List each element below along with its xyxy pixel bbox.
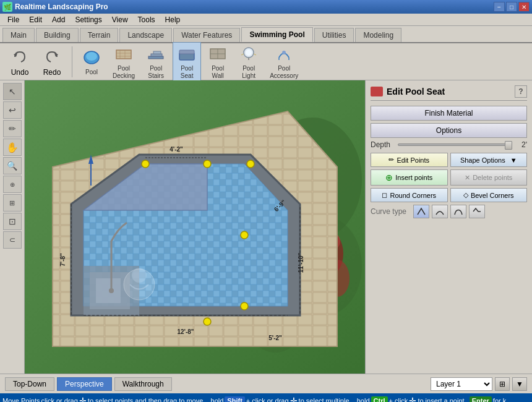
minimize-button[interactable]: − xyxy=(494,2,505,12)
left-sidebar: ↖ ↩ ✏ ✋ 🔍 ⊕ ⊞ ⊡ ⊂ xyxy=(0,80,25,374)
svg-rect-9 xyxy=(148,56,163,59)
depth-value: 2' xyxy=(512,140,527,149)
layer-icon-btn-1[interactable]: ⊞ xyxy=(495,377,510,391)
pool-seat-label: PoolSeat xyxy=(181,65,194,80)
layer-icon-btn-2[interactable]: ▼ xyxy=(512,377,527,391)
ctrl-key: Ctrl xyxy=(371,396,388,402)
status-text-7: for k xyxy=(493,397,506,402)
main-area: ↖ ↩ ✏ ✋ 🔍 ⊕ ⊞ ⊡ ⊂ xyxy=(0,80,532,374)
options-button[interactable]: Options xyxy=(371,123,527,138)
svg-point-49 xyxy=(204,318,211,325)
tab-modeling[interactable]: Modeling xyxy=(355,28,401,42)
edit-shape-row: ✏ Edit Points Shape Options ▼ xyxy=(371,153,527,167)
curve-type-1[interactable] xyxy=(413,205,429,218)
magnet-tool[interactable]: ⊂ xyxy=(3,231,22,249)
toolbar-pool-seat[interactable]: PoolSeat xyxy=(173,42,201,82)
panel-title: Edit Pool Seat xyxy=(387,87,445,96)
toolbar-pool-wall[interactable]: PoolWall xyxy=(204,42,232,82)
menu-file[interactable]: File xyxy=(2,14,24,25)
menu-edit[interactable]: Edit xyxy=(24,14,47,25)
svg-text:5'-2": 5'-2" xyxy=(268,335,282,341)
curve-type-4[interactable] xyxy=(469,205,485,218)
pool-accessory-label: PoolAccessory xyxy=(270,65,298,80)
select-tool[interactable]: ↖ xyxy=(3,83,22,100)
app-icon: 🌿 xyxy=(2,2,12,12)
layer-select[interactable]: Layer 1 xyxy=(431,377,492,391)
pencil-tool[interactable]: ✏ xyxy=(3,120,22,137)
panel-header: Edit Pool Seat ? xyxy=(371,85,527,101)
close-button[interactable]: ✕ xyxy=(518,2,530,12)
toolbar-pool-stairs[interactable]: PoolStairs xyxy=(142,42,170,82)
toolbar-pool-accessory[interactable]: PoolAccessory xyxy=(265,42,302,82)
help-button[interactable]: ? xyxy=(515,85,527,98)
toolbar-pool-decking[interactable]: PoolDecking xyxy=(108,42,139,82)
undo-tool[interactable]: ↩ xyxy=(3,101,22,119)
pool-decking-icon xyxy=(114,44,134,64)
toolbar-pool[interactable]: Pool xyxy=(77,46,106,77)
pool-light-icon xyxy=(239,44,259,64)
pool-light-label: PoolLight xyxy=(242,65,255,80)
canvas-area[interactable]: 4'-2" 6'-9" 11'-10" 12'-8" 7'-8" 5'-2" xyxy=(25,80,365,374)
finish-material-button[interactable]: Finish Material xyxy=(371,106,527,121)
bevel-corners-button[interactable]: ◇ Bevel Corners xyxy=(450,188,528,202)
zoom-tool[interactable]: 🔍 xyxy=(3,157,22,174)
insert-icon: ⊕ xyxy=(385,173,393,182)
maximize-button[interactable]: □ xyxy=(506,2,517,12)
menubar: File Edit Add Settings View Tools Help xyxy=(0,14,532,26)
insert-delete-row: ⊕ Insert points ✕ Delete points xyxy=(371,169,527,186)
measure-tool[interactable]: ⊕ xyxy=(3,176,22,193)
svg-point-61 xyxy=(132,268,147,283)
depth-slider-thumb[interactable] xyxy=(505,141,512,150)
svg-text:4'-2": 4'-2" xyxy=(169,146,183,153)
delete-points-button[interactable]: ✕ Delete points xyxy=(450,169,528,186)
tab-topdown[interactable]: Top-Down xyxy=(5,377,54,391)
status-text-2: to select points and then drag to move h… xyxy=(88,397,224,402)
undo-button[interactable]: Undo xyxy=(5,46,35,78)
toolbar-pool-light[interactable]: PoolLight xyxy=(234,42,263,82)
app-title: Realtime Landscaping Pro xyxy=(15,2,108,11)
shift-key: Shift xyxy=(225,396,244,402)
toolbar: Undo Redo Pool PoolDecking xyxy=(0,43,532,80)
tab-main[interactable]: Main xyxy=(2,28,35,42)
menu-tools[interactable]: Tools xyxy=(133,14,160,25)
tab-water-features[interactable]: Water Features xyxy=(173,28,240,42)
status-text-4: to select multiple hold xyxy=(299,397,370,402)
redo-button[interactable]: Redo xyxy=(37,46,67,78)
tab-landscape[interactable]: Landscape xyxy=(119,28,172,42)
crop-tool[interactable]: ⊞ xyxy=(3,194,22,212)
depth-row: Depth 2' xyxy=(371,140,527,149)
tab-building[interactable]: Building xyxy=(36,28,79,42)
tab-walkthrough[interactable]: Walkthrough xyxy=(114,377,172,391)
svg-text:12'-8": 12'-8" xyxy=(177,328,194,335)
status-bar: Move Points click or drag ✛ to select po… xyxy=(0,393,532,402)
hand-tool[interactable]: ✋ xyxy=(3,139,22,156)
titlebar-left: 🌿 Realtime Landscaping Pro xyxy=(2,2,108,12)
redo-label: Redo xyxy=(43,68,61,77)
svg-point-20 xyxy=(246,49,252,56)
insert-points-button[interactable]: ⊕ Insert points xyxy=(371,169,448,186)
svg-line-22 xyxy=(241,54,244,55)
tab-utilities[interactable]: Utilities xyxy=(314,28,354,42)
round-corners-button[interactable]: ◻ Round Corners xyxy=(371,188,448,202)
menu-settings[interactable]: Settings xyxy=(70,14,106,25)
curve-type-3[interactable] xyxy=(450,205,466,218)
depth-slider[interactable] xyxy=(398,143,509,146)
menu-view[interactable]: View xyxy=(107,14,133,25)
grid-tool[interactable]: ⊡ xyxy=(3,213,22,230)
tab-swimming-pool[interactable]: Swimming Pool xyxy=(241,27,312,42)
bevel-corners-label: Bevel Corners xyxy=(471,192,514,199)
curve-type-2[interactable] xyxy=(432,205,448,218)
shape-options-button[interactable]: Shape Options ▼ xyxy=(450,153,528,167)
svg-point-3 xyxy=(86,52,97,61)
edit-points-button[interactable]: ✏ Edit Points xyxy=(371,153,448,167)
tab-perspective[interactable]: Perspective xyxy=(57,377,112,391)
tab-terrain[interactable]: Terrain xyxy=(80,28,119,42)
svg-point-41 xyxy=(109,288,114,293)
status-move-points: Move Points xyxy=(2,397,40,402)
menu-help[interactable]: Help xyxy=(160,14,186,25)
cursor-icon-3: ✛ xyxy=(409,396,416,402)
pool-wall-label: PoolWall xyxy=(212,65,224,80)
menu-add[interactable]: Add xyxy=(47,14,70,25)
pool-seat-icon xyxy=(177,44,197,64)
titlebar-controls: − □ ✕ xyxy=(494,2,530,12)
